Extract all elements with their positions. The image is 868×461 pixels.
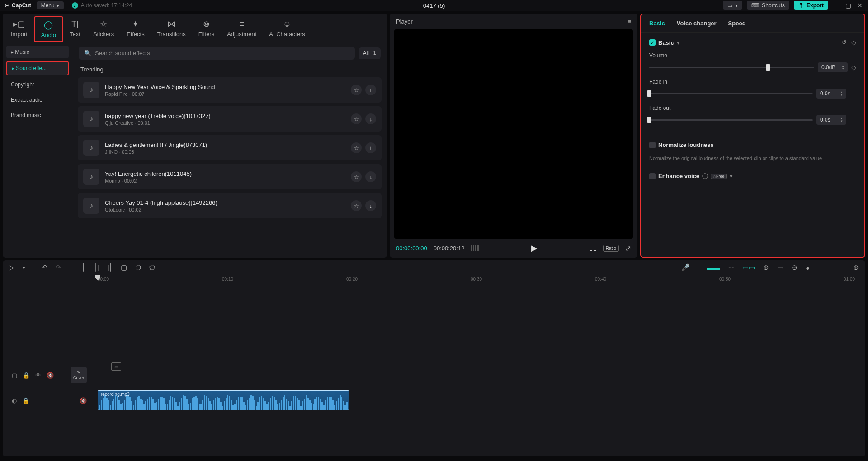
favorite-button[interactable]: ☆ xyxy=(351,85,362,95)
sidebar-item-extract-audio[interactable]: Extract audio xyxy=(6,94,69,106)
project-title: 0417 (5) xyxy=(423,2,445,9)
snap-tool-1[interactable]: ▬▬ xyxy=(707,264,720,272)
tab-ai-characters[interactable]: ☺AI Characters xyxy=(263,16,311,42)
eye-icon[interactable]: 👁 xyxy=(35,372,41,379)
tab-audio[interactable]: ◯Audio xyxy=(34,16,63,42)
sidebar-item-copyright[interactable]: Copyright xyxy=(6,78,69,91)
enhance-checkbox[interactable] xyxy=(649,173,656,179)
delete-tool[interactable]: ▢ xyxy=(121,263,127,272)
tab-import[interactable]: ▸▢Import xyxy=(5,16,34,42)
sidebar-item-brand-music[interactable]: Brand music xyxy=(6,109,69,122)
menu-button[interactable]: Menu▾ xyxy=(37,1,64,9)
shortcuts-button[interactable]: ⌨Shortcuts xyxy=(747,1,789,10)
marker-tool[interactable]: ⬡ xyxy=(135,263,141,272)
export-button[interactable]: ⭱Export xyxy=(794,1,828,10)
keyframe-icon[interactable]: ◇ xyxy=(851,39,856,46)
tab-effects[interactable]: ✦Effects xyxy=(120,16,151,42)
sidebar-item-music[interactable]: ▸ Music xyxy=(6,46,69,58)
time-ruler[interactable]: 00:00 00:10 00:20 00:30 00:40 00:50 01:0… xyxy=(93,275,865,286)
playhead[interactable] xyxy=(98,275,98,456)
tab-speed[interactable]: Speed xyxy=(728,20,746,27)
tab-voice-changer[interactable]: Voice changer xyxy=(677,20,717,27)
sidebar-item-sound-effects[interactable]: ▸ Sound effe... xyxy=(6,61,69,75)
shield-tool[interactable]: ⬠ xyxy=(149,263,155,272)
align-tool[interactable]: ⊹ xyxy=(728,263,734,272)
chevron-down-icon[interactable]: ▾ xyxy=(677,39,680,46)
add-button[interactable]: + xyxy=(365,142,376,153)
audio-clip[interactable]: recording.mp3 xyxy=(98,390,349,410)
tab-basic[interactable]: Basic xyxy=(649,20,665,27)
basic-section-header: ✓ Basic ▾ ↺ ◇ xyxy=(649,39,856,46)
download-button[interactable]: ↓ xyxy=(365,171,376,182)
lock-icon[interactable]: 🔒 xyxy=(22,397,29,404)
undo-button[interactable]: ↶ xyxy=(42,263,47,272)
focus-icon[interactable]: ⛶ xyxy=(590,244,597,252)
zoom-in-icon[interactable]: ⊕ xyxy=(853,263,859,272)
download-button[interactable]: ↓ xyxy=(365,200,376,211)
volume-slider[interactable] xyxy=(649,67,814,68)
link-tool[interactable]: ⊕ xyxy=(763,263,769,272)
favorite-button[interactable]: ☆ xyxy=(351,113,362,124)
search-placeholder: Search sound effects xyxy=(95,50,150,56)
tab-stickers[interactable]: ☆Stickers xyxy=(87,16,120,42)
fadeout-value[interactable]: 0.0s▴▾ xyxy=(816,115,846,125)
sound-item[interactable]: ♪ Yay! Energetic children(1011045)Morino… xyxy=(78,164,382,189)
zoom-out-icon[interactable]: ⊖ xyxy=(792,263,797,272)
play-button[interactable]: ▶ xyxy=(531,243,538,253)
mic-icon[interactable]: 🎤 xyxy=(681,263,690,272)
snap-tool-2[interactable]: ▭▭ xyxy=(742,263,755,272)
lock-icon[interactable]: 🔒 xyxy=(23,372,30,379)
chevron-down-icon[interactable]: ▾ xyxy=(730,173,733,179)
zoom-handle-icon[interactable]: ● xyxy=(806,264,810,272)
pointer-tool[interactable]: ▷ xyxy=(9,263,14,272)
search-input[interactable]: 🔍 Search sound effects xyxy=(79,47,355,60)
player-menu-icon[interactable]: ≡ xyxy=(627,18,631,25)
sound-item[interactable]: ♪ happy new year (Treble voice)(1037327)… xyxy=(78,106,382,132)
split-tool[interactable]: ⎮⎮ xyxy=(78,263,85,272)
split-left-tool[interactable]: ⎮[ xyxy=(94,263,99,272)
volume-value[interactable]: 0.0dB▴▾ xyxy=(818,62,848,72)
logo-icon: ✂ xyxy=(5,2,10,9)
normalize-checkbox[interactable] xyxy=(649,142,656,148)
maximize-button[interactable]: ▢ xyxy=(844,2,852,9)
fadeout-slider[interactable] xyxy=(649,119,813,121)
track-toggle-icon[interactable]: ◐ xyxy=(12,397,17,404)
fadein-value[interactable]: 0.0s▴▾ xyxy=(816,89,846,99)
player-viewport[interactable] xyxy=(394,29,633,239)
sound-item[interactable]: ♪ Ladies & gentlemen! !! / Jingle(873071… xyxy=(78,135,382,160)
timeline: 00:00 00:10 00:20 00:30 00:40 00:50 01:0… xyxy=(3,275,865,456)
tab-filters[interactable]: ⊗Filters xyxy=(192,16,221,42)
minimize-button[interactable]: — xyxy=(833,2,840,9)
split-right-tool[interactable]: ]⎮ xyxy=(107,263,113,272)
fadein-slider[interactable] xyxy=(649,93,813,94)
preview-tool[interactable]: ▭ xyxy=(777,263,783,272)
chevron-down-icon[interactable]: ▾ xyxy=(23,265,25,270)
text-icon: T| xyxy=(71,19,79,29)
favorite-button[interactable]: ☆ xyxy=(351,171,362,182)
keyframe-icon[interactable]: ◇ xyxy=(851,64,856,71)
layout-button[interactable]: ▭▾ xyxy=(723,1,742,10)
favorite-button[interactable]: ☆ xyxy=(351,142,362,153)
redo-button[interactable]: ↷ xyxy=(56,263,61,272)
mute-icon[interactable]: 🔇 xyxy=(47,372,54,379)
favorite-button[interactable]: ☆ xyxy=(351,200,362,211)
ratio-button[interactable]: Ratio xyxy=(603,245,619,252)
basic-checkbox[interactable]: ✓ xyxy=(649,39,656,46)
filter-all-button[interactable]: All⇅ xyxy=(359,47,381,59)
tab-adjustment[interactable]: ≡Adjustment xyxy=(221,16,263,42)
main-panels: ▸▢Import ◯Audio T|Text ☆Stickers ✦Effect… xyxy=(0,11,868,260)
cover-button[interactable]: ✎Cover xyxy=(71,367,87,383)
fullscreen-icon[interactable]: ⤢ xyxy=(625,244,631,253)
tab-text[interactable]: T|Text xyxy=(63,16,87,42)
tab-transitions[interactable]: ⋈Transitions xyxy=(151,16,192,42)
info-icon[interactable]: ⓘ xyxy=(702,172,708,180)
reset-icon[interactable]: ↺ xyxy=(842,39,847,46)
close-button[interactable]: ✕ xyxy=(856,2,863,9)
download-button[interactable]: ↓ xyxy=(365,113,376,124)
sound-item[interactable]: ♪ Happy New Year Voice & Sparkling Sound… xyxy=(78,77,382,103)
app-name: CapCut xyxy=(12,2,31,9)
mute-icon[interactable]: 🔇 xyxy=(80,397,87,404)
add-button[interactable]: + xyxy=(365,85,376,95)
track-toggle-icon[interactable]: ▢ xyxy=(12,372,17,379)
sound-item[interactable]: ♪ Cheers Yay 01-4 (high applause)(149226… xyxy=(78,193,382,218)
